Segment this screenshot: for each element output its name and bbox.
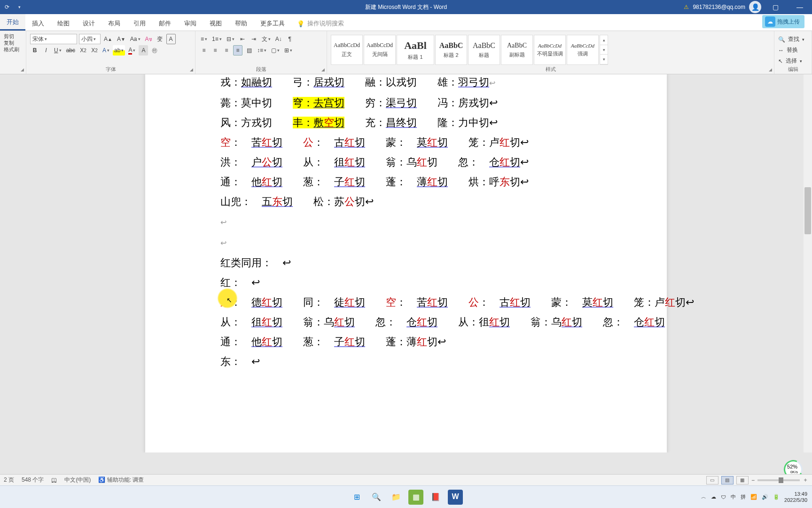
borders-button[interactable]: ⊞	[283, 45, 294, 56]
multilevel-list-button[interactable]: ⊟	[225, 34, 236, 44]
phonetic-guide-button[interactable]: 变	[155, 34, 164, 44]
font-color-button[interactable]: A	[127, 45, 137, 56]
highlight-button[interactable]: ab	[113, 45, 125, 56]
paragraph-launcher-icon[interactable]: ◢	[321, 67, 325, 72]
character-shading-button[interactable]: A	[139, 45, 148, 56]
tray-ime-lang[interactable]: 中	[731, 493, 736, 500]
style-card[interactable]: AaBbCcDd正文	[331, 35, 363, 65]
replace-button[interactable]: ↔替换	[778, 45, 808, 56]
sort-button[interactable]: A↓	[274, 34, 283, 44]
tray-security-icon[interactable]: 🛡	[721, 494, 726, 500]
app-green-icon[interactable]: ▦	[408, 490, 423, 505]
tab-mailings[interactable]: 邮件	[152, 16, 178, 31]
show-marks-button[interactable]: ¶	[285, 34, 295, 44]
bold-button[interactable]: B	[30, 45, 39, 56]
tray-ime-mode[interactable]: 拼	[741, 493, 746, 500]
change-case-button[interactable]: Aa	[129, 34, 142, 44]
align-left-button[interactable]: ≡	[199, 45, 209, 56]
copy-button[interactable]: 复制	[4, 40, 22, 46]
tab-home[interactable]: 开始	[0, 14, 25, 31]
tray-chevron-icon[interactable]: ︿	[701, 493, 706, 500]
autosave-icon[interactable]: ⟳	[3, 3, 11, 11]
tell-me-search[interactable]: 💡 操作说明搜索	[291, 16, 350, 31]
tray-clock[interactable]: 13:49 2022/5/30	[784, 491, 807, 503]
distributed-button[interactable]: ▤	[244, 45, 254, 56]
italic-button[interactable]: I	[41, 45, 51, 56]
character-border-button[interactable]: A	[166, 34, 176, 44]
tab-help[interactable]: 帮助	[228, 16, 254, 31]
font-name-select[interactable]: 宋体	[30, 34, 77, 44]
tab-review[interactable]: 审阅	[178, 16, 203, 31]
style-card[interactable]: AaBbCcDd不明显强调	[534, 35, 566, 65]
text-effects-button[interactable]: A	[101, 45, 111, 56]
clipboard-launcher-icon[interactable]: ◢	[21, 67, 24, 72]
file-explorer-icon[interactable]: 📁	[389, 490, 404, 505]
strikethrough-button[interactable]: abc	[65, 45, 77, 56]
styles-launcher-icon[interactable]: ◢	[769, 67, 772, 72]
status-spellcheck-icon[interactable]: 🕮	[51, 477, 57, 484]
decrease-indent-button[interactable]: ⇤	[238, 34, 247, 44]
tray-onedrive-icon[interactable]: ☁	[711, 494, 716, 500]
user-avatar[interactable]: 👤	[749, 1, 761, 13]
styles-scroll[interactable]: ▴▾▾	[600, 35, 608, 65]
shrink-font-button[interactable]: A▼	[116, 34, 127, 44]
minimize-button[interactable]: —	[789, 0, 810, 14]
ribbon-display-button[interactable]: ▢	[765, 0, 786, 14]
tab-design[interactable]: 设计	[76, 16, 102, 31]
justify-button[interactable]: ≡	[233, 45, 242, 56]
word-app-icon[interactable]: W	[448, 490, 463, 505]
numbering-button[interactable]: 1≡	[211, 34, 223, 44]
view-print-button[interactable]: ▤	[721, 476, 734, 484]
taskbar-search-icon[interactable]: 🔍	[369, 490, 384, 505]
asian-layout-button[interactable]: 文	[260, 34, 272, 44]
pdf-reader-icon[interactable]: 📕	[428, 490, 443, 505]
align-right-button[interactable]: ≡	[222, 45, 231, 56]
tab-moretools[interactable]: 更多工具	[254, 16, 291, 31]
status-page[interactable]: 2 页	[4, 476, 14, 484]
tray-battery-icon[interactable]: 🔋	[773, 494, 780, 500]
font-size-select[interactable]: 小四	[79, 34, 101, 44]
subscript-button[interactable]: X2	[78, 45, 88, 56]
vertical-scrollbar[interactable]	[804, 74, 812, 452]
scrollbar-thumb[interactable]	[804, 187, 811, 234]
status-wordcount[interactable]: 548 个字	[22, 476, 44, 484]
document-viewport[interactable]: 戎：如融切 弓：居戎切 融：以戎切 雄：羽弓切↩薨：莫中切 穹：去宫切 穷：渠弓…	[0, 74, 812, 452]
tray-wifi-icon[interactable]: 📶	[750, 494, 757, 500]
zoom-out-button[interactable]: −	[751, 477, 755, 484]
style-card[interactable]: AaBbC副标题	[501, 35, 533, 65]
find-button[interactable]: 🔍查找▾	[778, 34, 808, 45]
zoom-in-button[interactable]: ＋	[803, 476, 808, 484]
status-a11y[interactable]: ♿ 辅助功能: 调查	[98, 476, 144, 484]
format-painter-button[interactable]: 格式刷	[4, 46, 22, 53]
style-card[interactable]: AaBbC标题	[468, 35, 500, 65]
increase-indent-button[interactable]: ⇥	[249, 34, 258, 44]
cut-button[interactable]: 剪切	[4, 33, 22, 40]
tab-view[interactable]: 视图	[203, 16, 228, 31]
view-web-button[interactable]: ▦	[736, 476, 749, 484]
tab-draw[interactable]: 绘图	[51, 16, 76, 31]
select-button[interactable]: ↖选择▾	[778, 56, 808, 66]
document-body[interactable]: 戎：如融切 弓：居戎切 融：以戎切 雄：羽弓切↩薨：莫中切 穹：去宫切 穷：渠弓…	[220, 74, 592, 372]
view-read-button[interactable]: ▭	[706, 476, 718, 484]
line-spacing-button[interactable]: ↕≡	[256, 45, 268, 56]
account-email[interactable]: 981782136@qq.com	[693, 4, 745, 10]
zoom-slider[interactable]	[757, 479, 800, 481]
tray-volume-icon[interactable]: 🔊	[762, 494, 768, 500]
style-card[interactable]: AaBbC标题 2	[435, 35, 467, 65]
tab-references[interactable]: 引用	[127, 16, 152, 31]
style-card[interactable]: AaBbCcDd无间隔	[364, 35, 396, 65]
align-center-button[interactable]: ≡	[211, 45, 220, 56]
underline-button[interactable]: U	[53, 45, 63, 56]
qat-dropdown-icon[interactable]: ▾	[15, 3, 23, 11]
upload-widget[interactable]: ☁ 拖拽上传	[762, 15, 808, 28]
tab-layout[interactable]: 布局	[102, 16, 127, 31]
bullets-button[interactable]: ≡	[199, 34, 209, 44]
grow-font-button[interactable]: A▲	[102, 34, 114, 44]
enclose-characters-button[interactable]: ㊕	[150, 45, 159, 56]
shading-button[interactable]: ▢	[270, 45, 281, 56]
status-language[interactable]: 中文(中国)	[64, 476, 91, 484]
tab-insert[interactable]: 插入	[25, 16, 51, 31]
start-button[interactable]: ⊞	[349, 490, 364, 505]
clear-formatting-button[interactable]: Aꝕ	[144, 34, 153, 44]
font-launcher-icon[interactable]: ◢	[190, 67, 193, 72]
